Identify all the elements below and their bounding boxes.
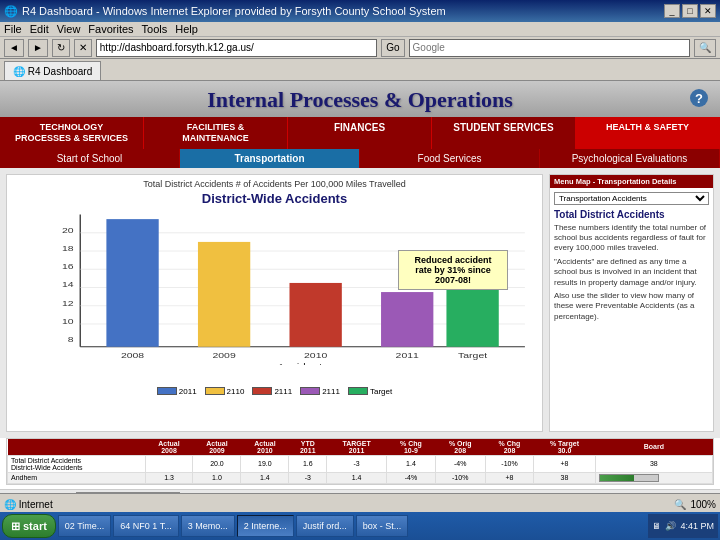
sub-tab-transportation[interactable]: Transportation	[180, 149, 360, 168]
maximize-button[interactable]: □	[682, 4, 698, 18]
col-header-ytd: YTD2011	[289, 439, 327, 456]
filter-dropdown[interactable]: District Wide Accidents	[76, 492, 180, 493]
legend-item-2011: 2111	[300, 387, 340, 396]
taskbar-item-4[interactable]: Justif ord...	[296, 515, 354, 537]
sub-tab-food-services[interactable]: Food Services	[360, 149, 540, 168]
taskbar-item-0[interactable]: 02 Time...	[58, 515, 112, 537]
forward-button[interactable]: ►	[28, 39, 48, 57]
menu-tools[interactable]: Tools	[142, 23, 168, 35]
data-table-area: Actual2008 Actual2009 Actual2010 YTD2011…	[6, 438, 714, 485]
chart-main-title: District-Wide Accidents	[11, 191, 538, 206]
menu-help[interactable]: Help	[175, 23, 198, 35]
col-header-target-pct: % Target30.0	[534, 439, 595, 456]
menu-view[interactable]: View	[57, 23, 81, 35]
minimize-button[interactable]: _	[664, 4, 680, 18]
chart-legend: 2011 2110 2111 2111 Target	[11, 387, 538, 396]
nav-tab-technology[interactable]: TECHNOLOGY PROCESSES & SERVICES	[0, 117, 144, 149]
cell-tpct-1: +8	[534, 455, 595, 472]
side-panel-dropdown[interactable]: Transportation Accidents	[554, 192, 709, 205]
col-header-actual10: Actual2010	[241, 439, 289, 456]
svg-rect-19	[290, 283, 342, 347]
col-header-board: Board	[595, 439, 712, 456]
sub-tab-start-of-school[interactable]: Start of School	[0, 149, 180, 168]
taskbar: ⊞ start 02 Time... 64 NF0 1 T... 3 Memo.…	[0, 512, 720, 540]
taskbar-item-5[interactable]: box - St...	[356, 515, 409, 537]
row-label-2: Andhem	[8, 472, 146, 483]
cell-actual09-1: 20.0	[193, 455, 241, 472]
zoom-level: 100%	[690, 499, 716, 510]
col-header-target: TARGET2011	[327, 439, 387, 456]
table-row: Andhem 1.3 1.0 1.4 -3 1.4 -4% -10% +8 38	[8, 472, 713, 483]
window-icon: 🌐	[4, 5, 18, 18]
tab-label: R4 Dashboard	[28, 66, 92, 77]
cell-actual09-2: 1.0	[193, 472, 241, 483]
help-button[interactable]: ?	[690, 89, 708, 107]
cell-chg2-2: +8	[485, 472, 534, 483]
nav-tab-student-services[interactable]: STUDENT SERVICES	[432, 117, 576, 149]
cell-actual08-1	[145, 455, 193, 472]
progress-bar	[599, 474, 659, 482]
svg-text:20: 20	[62, 226, 74, 234]
legend-color-2010	[252, 387, 272, 395]
nav-tab-health-safety[interactable]: HEALTH & SAFETY	[576, 117, 720, 149]
nav-tab-finances[interactable]: FINANCES	[288, 117, 432, 149]
close-button[interactable]: ✕	[700, 4, 716, 18]
svg-text:18: 18	[62, 244, 74, 252]
callout-box: Reduced accident rate by 31% since 2007-…	[398, 250, 508, 290]
ie-toolbar: ◄ ► ↻ ✕ Go 🔍	[0, 37, 720, 59]
col-header-label	[8, 439, 146, 456]
legend-item-2008: 2011	[157, 387, 197, 396]
tab-icon: 🌐	[13, 66, 25, 77]
cell-target-1: -3	[327, 455, 387, 472]
svg-text:10: 10	[62, 317, 74, 325]
stop-button[interactable]: ✕	[74, 39, 92, 57]
legend-color-2008	[157, 387, 177, 395]
menu-file[interactable]: File	[4, 23, 22, 35]
svg-rect-17	[198, 242, 250, 347]
search-input[interactable]	[409, 39, 690, 57]
tray-network-icon: 🖥	[652, 521, 661, 531]
filter-bar: Selected Location: District Wide Acciden…	[0, 489, 720, 493]
cell-board-1: 38	[595, 455, 712, 472]
svg-text:Target: Target	[458, 351, 488, 359]
start-icon: ⊞	[11, 520, 20, 533]
legend-color-2009	[205, 387, 225, 395]
cell-chg1-1: 1.4	[387, 455, 436, 472]
back-button[interactable]: ◄	[4, 39, 24, 57]
chart-area: Total District Accidents # of Accidents …	[6, 174, 543, 432]
refresh-button[interactable]: ↻	[52, 39, 70, 57]
taskbar-item-3[interactable]: 2 Interne...	[237, 515, 294, 537]
cell-orig-2: -10%	[435, 472, 485, 483]
taskbar-item-1[interactable]: 64 NF0 1 T...	[113, 515, 178, 537]
cell-actual10-1: 19.0	[241, 455, 289, 472]
browser-tab[interactable]: 🌐 R4 Dashboard	[4, 61, 101, 80]
taskbar-time: 4:41 PM	[680, 521, 714, 531]
window-titlebar: 🌐 R4 Dashboard - Windows Internet Explor…	[0, 0, 720, 22]
start-button[interactable]: ⊞ start	[2, 514, 56, 538]
sub-tab-psychological[interactable]: Psychological Evaluations	[540, 149, 720, 168]
status-globe-icon: 🌐	[4, 499, 16, 510]
menu-edit[interactable]: Edit	[30, 23, 49, 35]
taskbar-item-2[interactable]: 3 Memo...	[181, 515, 235, 537]
taskbar-system-tray: 🖥 🔊 4:41 PM	[648, 514, 718, 538]
svg-text:2008: 2008	[121, 351, 144, 359]
search-button[interactable]: 🔍	[694, 39, 716, 57]
side-panel-header-text: Menu Map - Transportation Details	[554, 177, 677, 186]
legend-color-2011	[300, 387, 320, 395]
chart-container: 20 18 16 14 12 10 8 2008	[11, 210, 538, 385]
page-title: Internal Processes & Operations	[0, 87, 720, 113]
data-table: Actual2008 Actual2009 Actual2010 YTD2011…	[7, 439, 713, 484]
side-panel-text-1: These numbers identify the total number …	[554, 223, 709, 254]
go-button[interactable]: Go	[381, 39, 404, 57]
col-header-orig: % Orig208	[435, 439, 485, 456]
address-bar[interactable]	[96, 39, 377, 57]
tray-volume-icon: 🔊	[665, 521, 676, 531]
status-right: 🔍 100%	[674, 499, 716, 510]
menu-favorites[interactable]: Favorites	[88, 23, 133, 35]
svg-text:2010: 2010	[304, 351, 327, 359]
zoom-label: 🔍	[674, 499, 686, 510]
svg-text:8: 8	[68, 335, 74, 343]
svg-text:2009: 2009	[212, 351, 235, 359]
nav-tab-facilities[interactable]: FACILITIES & MAINTENANCE	[144, 117, 288, 149]
col-header-chg1: % Chg10-9	[387, 439, 436, 456]
